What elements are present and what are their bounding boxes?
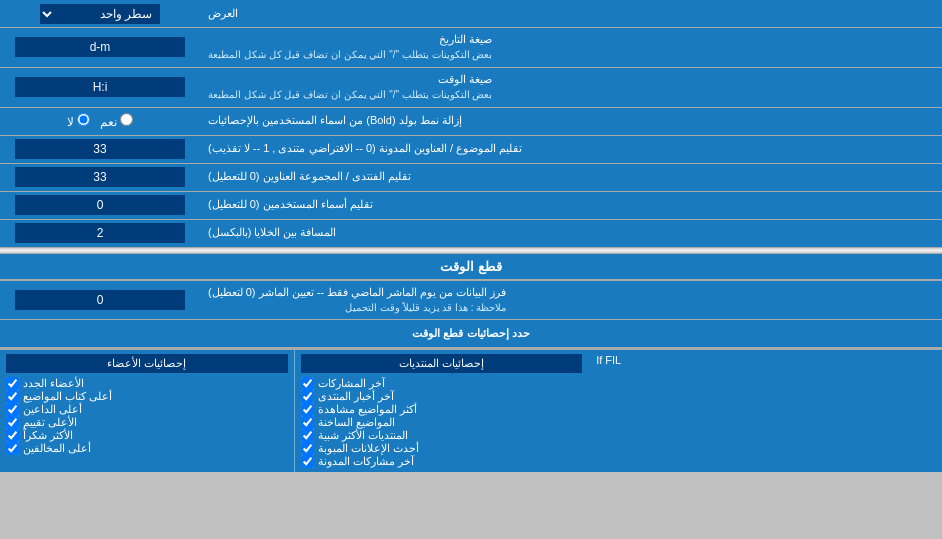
bold-yes-label: نعم	[100, 113, 133, 129]
time-cut-label: فرز البيانات من يوم الماشر الماضي فقط --…	[200, 281, 942, 320]
checkbox-item: أكثر المواضيع مشاهدة	[301, 403, 583, 416]
checkbox-item: أعلى المخالفين	[6, 442, 288, 455]
time-format-row: صيغة الوقت بعض التكوينات يتطلب "/" التي …	[0, 68, 942, 108]
cell-gap-label: المسافة بين الخلايا (بالبكسل)	[200, 220, 942, 247]
cell-gap-row: المسافة بين الخلايا (بالبكسل)	[0, 220, 942, 248]
username-limit-input-wrap	[0, 192, 200, 219]
time-format-input[interactable]	[15, 77, 185, 97]
checkbox-item: الأعضاء الجدد	[6, 377, 288, 390]
checkbox-item: أحدث الإعلانات المبوبة	[301, 442, 583, 455]
bold-remove-label: إزالة نمط بولد (Bold) من اسماء المستخدمي…	[200, 108, 942, 135]
bold-no-label: لا	[67, 113, 90, 129]
checkbox-item: المنتديات الأكثر شبية	[301, 429, 583, 442]
bold-no-radio[interactable]	[77, 113, 90, 126]
header-row: العرض سطر واحد	[0, 0, 942, 28]
time-format-input-wrap	[0, 68, 200, 107]
forum-title-row: تقليم الفنتدى / المجموعة العناوين (0 للت…	[0, 164, 942, 192]
cb-top-inviters[interactable]	[6, 403, 19, 416]
cb-hot-topics[interactable]	[301, 416, 314, 429]
cb-latest-classifieds[interactable]	[301, 442, 314, 455]
bold-remove-row: إزالة نمط بولد (Bold) من اسماء المستخدمي…	[0, 108, 942, 136]
time-format-title: صيغة الوقت بعض التكوينات يتطلب "/" التي …	[208, 72, 492, 103]
blank-label-text: If FIL	[596, 354, 621, 366]
cell-gap-input[interactable]	[15, 223, 185, 243]
cb-new-members[interactable]	[6, 377, 19, 390]
date-format-sublabel: بعض التكوينات يتطلب "/" التي يمكن ان تضا…	[208, 49, 492, 60]
checkbox-item: أعلى الداعين	[6, 403, 288, 416]
date-format-input-wrap	[0, 28, 200, 67]
time-cut-sublabel: ملاحظة : هذا قد يزيد قليلاً وقت التحميل	[345, 302, 506, 313]
page-title: العرض	[200, 0, 942, 27]
stats-title-row: حدد إحصائيات قطع الوقت	[0, 320, 942, 348]
username-limit-input[interactable]	[15, 195, 185, 215]
bold-yes-radio[interactable]	[120, 113, 133, 126]
main-container: العرض سطر واحد صيغة التاريخ بعض التكوينا…	[0, 0, 942, 472]
time-cut-input[interactable]	[15, 290, 185, 310]
date-format-input[interactable]	[15, 37, 185, 57]
checkbox-item: الأعلى تقييم	[6, 416, 288, 429]
username-limit-row: تقليم أسماء المستخدمين (0 للتعطيل)	[0, 192, 942, 220]
cb-most-viewed[interactable]	[301, 403, 314, 416]
topic-title-input[interactable]	[15, 139, 185, 159]
cb-top-violators[interactable]	[6, 442, 19, 455]
bold-remove-radio-wrap: نعم لا	[0, 108, 200, 135]
topic-title-label: تقليم الموضوع / العناوين المدونة (0 -- ا…	[200, 136, 942, 163]
checkbox-item: المواضيع الساخنة	[301, 416, 583, 429]
time-cut-header: قطع الوقت	[0, 254, 942, 281]
topic-title-row: تقليم الموضوع / العناوين المدونة (0 -- ا…	[0, 136, 942, 164]
checkbox-item: الأكثر شكراً	[6, 429, 288, 442]
cb-forum-news[interactable]	[301, 390, 314, 403]
forum-stats-title: إحصائيات المنتديات	[301, 354, 583, 373]
date-format-label: صيغة التاريخ بعض التكوينات يتطلب "/" الت…	[200, 28, 942, 67]
stats-title: حدد إحصائيات قطع الوقت	[0, 320, 942, 347]
cell-gap-input-wrap	[0, 220, 200, 247]
checkboxes-section: If FIL إحصائيات المنتديات آخر المشاركات …	[0, 348, 942, 472]
forum-title-label: تقليم الفنتدى / المجموعة العناوين (0 للت…	[200, 164, 942, 191]
cb-blog-posts[interactable]	[301, 455, 314, 468]
forum-stats-col: إحصائيات المنتديات آخر المشاركات آخر أخب…	[294, 350, 589, 472]
checkbox-item: آخر المشاركات	[301, 377, 583, 390]
time-cut-input-wrap	[0, 281, 200, 320]
date-format-title: صيغة التاريخ بعض التكوينات يتطلب "/" الت…	[208, 32, 492, 63]
cb-popular-forums[interactable]	[301, 429, 314, 442]
mode-select-container: سطر واحد	[0, 0, 200, 27]
cb-top-rated[interactable]	[6, 416, 19, 429]
member-stats-col: إحصائيات الأعضاء الأعضاء الجدد أعلى كتاب…	[0, 350, 294, 472]
time-format-sublabel: بعض التكوينات يتطلب "/" التي يمكن ان تضا…	[208, 89, 492, 100]
time-cut-row: فرز البيانات من يوم الماشر الماضي فقط --…	[0, 281, 942, 321]
cb-most-thanked[interactable]	[6, 429, 19, 442]
cb-last-posts[interactable]	[301, 377, 314, 390]
time-format-label: صيغة الوقت بعض التكوينات يتطلب "/" التي …	[200, 68, 942, 107]
topic-title-input-wrap	[0, 136, 200, 163]
username-limit-label: تقليم أسماء المستخدمين (0 للتعطيل)	[200, 192, 942, 219]
checkbox-item: آخر مشاركات المدونة	[301, 455, 583, 468]
checkbox-item: آخر أخبار المنتدى	[301, 390, 583, 403]
member-stats-title: إحصائيات الأعضاء	[6, 354, 288, 373]
checkbox-item: أعلى كتاب المواضيع	[6, 390, 288, 403]
forum-title-input[interactable]	[15, 167, 185, 187]
mode-select[interactable]: سطر واحد	[40, 4, 160, 24]
forum-title-input-wrap	[0, 164, 200, 191]
date-format-row: صيغة التاريخ بعض التكوينات يتطلب "/" الت…	[0, 28, 942, 68]
cb-top-posters[interactable]	[6, 390, 19, 403]
blank-label-col: If FIL	[588, 350, 942, 472]
